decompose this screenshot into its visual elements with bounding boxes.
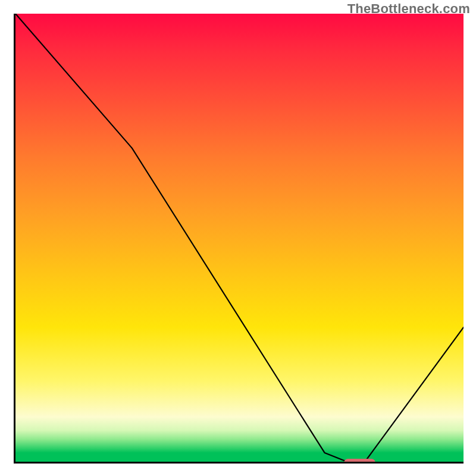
plot-area: [14, 14, 464, 464]
minimum-marker: [344, 459, 375, 464]
line-series: [15, 14, 464, 462]
chart-container: TheBottleneck.com: [0, 0, 476, 476]
